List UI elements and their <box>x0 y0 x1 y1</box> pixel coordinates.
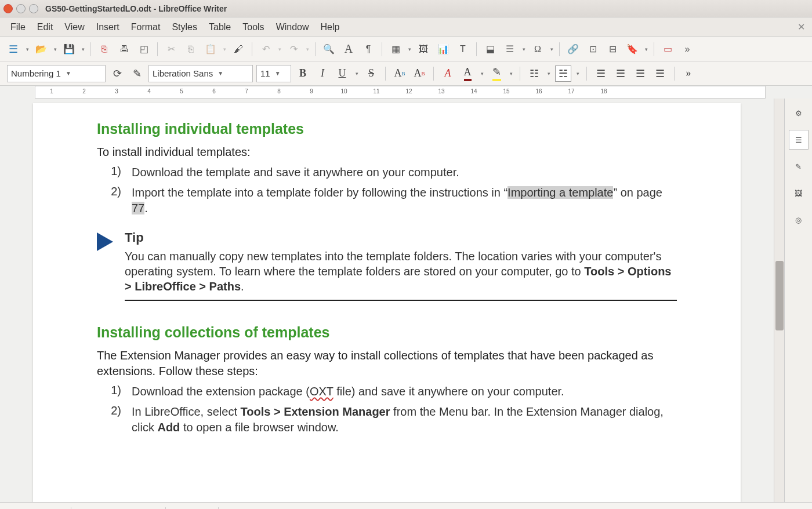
bookmark-dropdown[interactable]: ▾ <box>643 46 649 52</box>
font-size-combo[interactable]: 11 ▼ <box>256 65 291 82</box>
clear-format-button[interactable]: A <box>440 66 456 82</box>
print-button[interactable]: 🖶 <box>115 41 133 58</box>
field-button[interactable]: ☰ <box>501 41 519 58</box>
sidebar-styles-icon[interactable]: ✎ <box>789 157 809 176</box>
toggle-numbering-button[interactable]: ☑ <box>227 507 242 510</box>
comment-button[interactable]: ▭ <box>659 41 676 58</box>
new-style-button[interactable]: ✎ <box>129 66 145 82</box>
font-color-button[interactable]: A <box>459 66 476 82</box>
table-dropdown[interactable]: ▾ <box>407 46 412 52</box>
move-up-button[interactable]: ⇡ <box>142 507 157 510</box>
sidebar-gallery-icon[interactable]: 🖼 <box>789 183 809 203</box>
table-button[interactable]: ▦ <box>387 41 404 58</box>
menu-help[interactable]: Help <box>315 20 346 35</box>
demote-button[interactable]: ⇥ <box>79 507 95 510</box>
textbox-button[interactable]: T <box>454 41 472 58</box>
highlight-button[interactable]: ✎ <box>488 66 505 82</box>
open-button[interactable]: 📂 <box>32 41 50 58</box>
superscript-button[interactable]: AB <box>392 66 408 82</box>
menu-edit[interactable]: Edit <box>31 20 59 35</box>
menu-view[interactable]: View <box>59 20 90 35</box>
bullet-list-button[interactable]: ☷ <box>526 66 542 82</box>
endnote-button[interactable]: ⊟ <box>604 41 621 58</box>
menu-file[interactable]: File <box>5 20 31 35</box>
menu-insert[interactable]: Insert <box>90 20 125 35</box>
menu-table[interactable]: Table <box>203 20 237 35</box>
document-close-icon[interactable]: ✕ <box>798 21 805 32</box>
window-minimize-button[interactable] <box>16 4 26 13</box>
export-pdf-button[interactable]: ⎘ <box>96 41 113 58</box>
move-down-button[interactable]: ⇣ <box>121 507 136 510</box>
sidebar-properties-icon[interactable]: ☰ <box>789 130 809 150</box>
scrollbar-thumb[interactable] <box>775 261 784 330</box>
redo-button[interactable]: ↷ <box>285 41 302 58</box>
font-color-dropdown[interactable]: ▾ <box>479 71 485 77</box>
menu-window[interactable]: Window <box>270 20 315 35</box>
field-dropdown[interactable]: ▾ <box>521 46 527 52</box>
number-btn[interactable]: ☵ <box>48 507 63 510</box>
image-button[interactable]: 🖼 <box>415 41 432 58</box>
document-area[interactable]: Installing individual templates To insta… <box>0 99 774 502</box>
underline-button[interactable]: U <box>334 66 350 82</box>
sidebar-navigator-icon[interactable]: ◎ <box>789 210 809 230</box>
align-justify-button[interactable]: ☰ <box>652 66 668 82</box>
underline-dropdown[interactable]: ▾ <box>354 71 360 77</box>
page-break-button[interactable]: ⬓ <box>481 41 499 58</box>
update-style-button[interactable]: ⟳ <box>109 66 125 82</box>
strike-button[interactable]: S <box>363 66 379 82</box>
save-dropdown[interactable]: ▾ <box>80 46 86 52</box>
copy-button[interactable]: ⎘ <box>182 41 200 58</box>
undo-dropdown[interactable]: ▾ <box>277 46 282 52</box>
menu-format[interactable]: Format <box>125 20 166 35</box>
footnote-button[interactable]: ⊡ <box>584 41 601 58</box>
paste-button[interactable]: 📋 <box>202 41 219 58</box>
cross-ref-link[interactable]: Importing a template <box>507 186 613 199</box>
restart-numbering-button[interactable]: ↺ <box>195 507 210 510</box>
sidebar-settings-icon[interactable]: ⚙ <box>789 103 809 123</box>
new-dropdown[interactable]: ▾ <box>24 46 30 52</box>
window-close-button[interactable] <box>3 4 13 13</box>
cut-button[interactable]: ✂ <box>162 41 180 58</box>
align-center-button[interactable]: ☰ <box>612 66 629 82</box>
promote-button[interactable]: ⇤ <box>100 507 115 510</box>
paste-dropdown[interactable]: ▾ <box>222 46 227 52</box>
menu-tools[interactable]: Tools <box>237 20 270 35</box>
bookmark-button[interactable]: 🔖 <box>624 41 641 58</box>
italic-button[interactable]: I <box>314 66 331 82</box>
find-button[interactable]: 🔍 <box>320 41 338 58</box>
paragraph-style-combo[interactable]: Numbering 1 ▼ <box>7 65 106 82</box>
redo-dropdown[interactable]: ▾ <box>304 46 310 52</box>
symbol-button[interactable]: Ω <box>529 41 546 58</box>
spellcheck-button[interactable]: A <box>340 41 357 58</box>
number-dropdown[interactable]: ▾ <box>575 71 581 77</box>
bold-button[interactable]: B <box>295 66 311 82</box>
symbol-dropdown[interactable]: ▾ <box>549 46 554 52</box>
no-list-button[interactable]: ☰ <box>6 507 21 510</box>
highlight-dropdown[interactable]: ▾ <box>508 71 514 77</box>
undo-button[interactable]: ↶ <box>257 41 274 58</box>
print-preview-button[interactable]: ◰ <box>135 41 153 58</box>
align-left-button[interactable]: ☰ <box>593 66 609 82</box>
subscript-button[interactable]: AB <box>411 66 427 82</box>
new-button[interactable]: ☰ <box>5 41 22 58</box>
insert-unnumbered-button[interactable]: ⊞ <box>174 507 189 510</box>
horizontal-ruler[interactable]: 123456789101112131415161718 <box>35 86 766 99</box>
format-overflow[interactable]: » <box>680 66 697 82</box>
hyperlink-button[interactable]: 🔗 <box>564 41 582 58</box>
menu-styles[interactable]: Styles <box>166 20 203 35</box>
open-dropdown[interactable]: ▾ <box>52 46 58 52</box>
bullet-btn[interactable]: ☷ <box>27 507 42 510</box>
toolbar-overflow[interactable]: » <box>679 41 696 58</box>
align-right-button[interactable]: ☰ <box>632 66 648 82</box>
font-name-combo[interactable]: Liberation Sans ▼ <box>148 65 253 82</box>
bullet-dropdown[interactable]: ▾ <box>546 71 552 77</box>
window-maximize-button[interactable] <box>29 4 38 13</box>
save-button[interactable]: 💾 <box>60 41 78 58</box>
chart-button[interactable]: 📊 <box>434 41 452 58</box>
number-list-button[interactable]: ☵ <box>555 66 571 82</box>
clone-format-button[interactable]: 🖌 <box>230 41 247 58</box>
formatting-marks-button[interactable]: ¶ <box>360 41 377 58</box>
page-ref[interactable]: 77 <box>132 202 144 214</box>
vertical-scrollbar[interactable] <box>774 99 784 502</box>
list-number: 1) <box>97 384 132 399</box>
